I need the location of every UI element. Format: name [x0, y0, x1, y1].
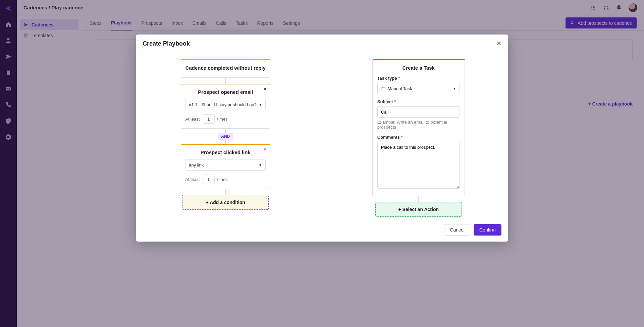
modal-footer: Cancel Confirm [136, 220, 508, 242]
count-row: At least times [185, 175, 266, 184]
email-select[interactable]: #1 1 - Should I stay or should I go?: Hi… [185, 99, 266, 110]
remove-condition-button[interactable]: ✕ [263, 86, 267, 92]
modal-body: Cadence completed without reply ✕ Prospe… [136, 53, 508, 220]
connector-line [225, 189, 226, 195]
condition-title: Prospect clicked link [185, 149, 266, 155]
condition-card-opened-email: ✕ Prospect opened email #1 1 - Should I … [181, 84, 270, 129]
modal-header: Create Playbook ✕ [136, 35, 508, 53]
task-type-group: Task type * Manual Task ▼ [377, 75, 460, 94]
modal-title: Create Playbook [143, 40, 190, 47]
calendar-icon [381, 86, 386, 91]
trigger-card: Cadence completed without reply [181, 59, 270, 78]
connector-line [225, 78, 226, 84]
subject-label: Subject * [377, 99, 396, 104]
modal-overlay: Create Playbook ✕ Cadence completed with… [0, 0, 644, 327]
count-row: At least times [185, 114, 266, 124]
create-playbook-modal: Create Playbook ✕ Cadence completed with… [136, 35, 508, 242]
condition-title: Prospect opened email [185, 89, 266, 95]
task-type-select[interactable]: Manual Task ▼ [377, 83, 460, 94]
connector-line [225, 140, 226, 144]
select-value: Manual Task [388, 86, 412, 91]
conditions-column: Cadence completed without reply ✕ Prospe… [143, 59, 322, 217]
create-task-card: Create a Task Task type * Manual Task ▼ [372, 59, 465, 196]
confirm-button[interactable]: Confirm [474, 224, 501, 236]
add-condition-button[interactable]: + Add a condition [182, 195, 269, 210]
times-label: times [217, 117, 228, 122]
subject-example: Example: Write an email to potential pro… [377, 120, 460, 130]
actions-column: Create a Task Task type * Manual Task ▼ [322, 59, 502, 217]
times-label: times [217, 177, 228, 182]
subject-input[interactable] [377, 106, 460, 118]
select-value: any link [189, 162, 204, 168]
select-action-button[interactable]: + Select an Action [375, 202, 462, 217]
link-select[interactable]: any link ▼ [185, 159, 266, 171]
comments-textarea[interactable] [377, 142, 460, 189]
connector-line [225, 129, 226, 133]
comments-label: Comments * [377, 135, 403, 140]
and-chip: AND [218, 133, 233, 140]
chevron-down-icon: ▼ [259, 103, 262, 107]
cancel-button[interactable]: Cancel [444, 224, 470, 236]
at-least-label: At least [185, 117, 200, 122]
connector-line [418, 196, 419, 202]
trigger-title: Cadence completed without reply [185, 65, 266, 71]
modal-close-button[interactable]: ✕ [496, 40, 501, 47]
remove-condition-button[interactable]: ✕ [263, 147, 267, 152]
chevron-down-icon: ▼ [453, 87, 456, 90]
chevron-down-icon: ▼ [259, 163, 262, 167]
comments-group: Comments * [377, 134, 460, 190]
action-title: Create a Task [377, 65, 460, 71]
condition-card-clicked-link: ✕ Prospect clicked link any link ▼ At le… [181, 144, 270, 189]
at-least-label: At least [185, 177, 200, 182]
count-input[interactable] [203, 114, 215, 124]
task-type-label: Task type * [377, 76, 400, 81]
subject-group: Subject * Example: Write an email to pot… [377, 99, 460, 130]
count-input[interactable] [203, 175, 215, 184]
svg-rect-17 [382, 87, 385, 90]
select-value: #1 1 - Should I stay or should I go?: Hi… [189, 102, 259, 107]
